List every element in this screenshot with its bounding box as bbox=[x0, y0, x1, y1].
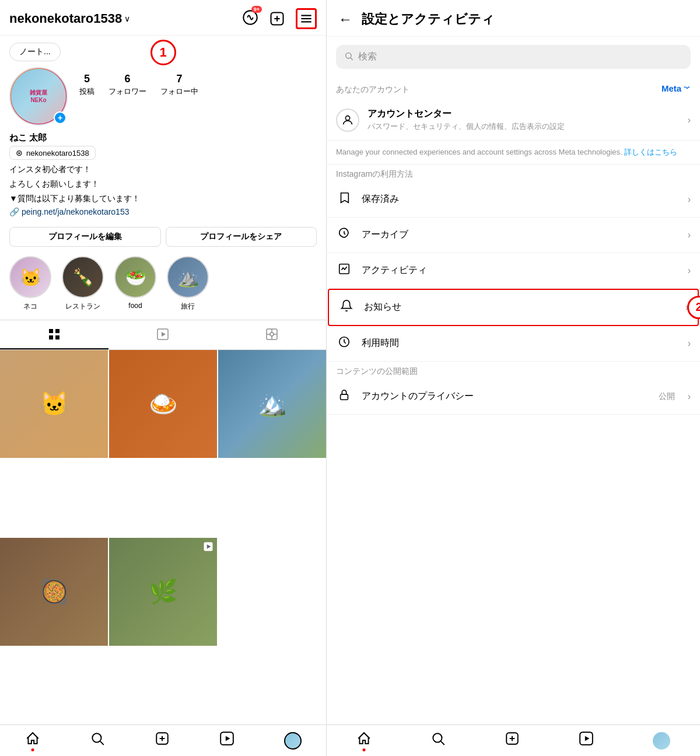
highlight-circle-restaurant: 🍾 bbox=[62, 256, 104, 298]
saved-chevron-icon: › bbox=[688, 194, 691, 205]
notifications-label: お知らせ bbox=[364, 301, 676, 313]
activity-item[interactable]: アクティビティ › bbox=[327, 253, 700, 289]
highlight-food-label: food bbox=[128, 302, 142, 310]
following-count: 7 bbox=[176, 73, 182, 85]
add-icon-button[interactable] bbox=[267, 8, 288, 29]
svg-rect-9 bbox=[49, 335, 53, 340]
activity-icon bbox=[336, 262, 352, 279]
posts-label: 投稿 bbox=[79, 86, 94, 97]
archive-label: アーカイブ bbox=[362, 229, 678, 241]
right-nav-reels[interactable] bbox=[579, 731, 594, 750]
nav-reels[interactable] bbox=[219, 731, 235, 750]
highlight-restaurant-label: レストラン bbox=[65, 302, 100, 312]
right-nav-add[interactable] bbox=[505, 731, 520, 750]
highlight-neko-label: ネコ bbox=[23, 302, 37, 312]
grid-cell-mountain[interactable]: 🏔️ bbox=[218, 350, 326, 458]
account-center-subtitle: パスワード、セキュリティ、個人の情報、広告表示の設定 bbox=[368, 121, 680, 132]
stat-posts[interactable]: 5 投稿 bbox=[79, 73, 94, 97]
screen-time-item[interactable]: 利用時間 › bbox=[327, 326, 700, 362]
account-label-text: あなたのアカウント bbox=[336, 85, 410, 95]
highlight-food[interactable]: 🥗 food bbox=[114, 256, 156, 312]
tab-reels[interactable] bbox=[108, 320, 217, 349]
right-panel: ← 設定とアクティビティ 検索 あなたのアカウント Meta bbox=[327, 0, 700, 756]
notifications-icon bbox=[338, 299, 355, 316]
privacy-label: アカウントのプライバシー bbox=[362, 390, 649, 402]
tab-grid[interactable] bbox=[0, 320, 108, 349]
display-name: ねこ 太郎 bbox=[9, 132, 317, 144]
svg-text:Meta: Meta bbox=[662, 83, 682, 93]
saved-item[interactable]: 保存済み › bbox=[327, 182, 700, 218]
share-profile-button[interactable]: プロフィールをシェア bbox=[166, 227, 317, 247]
username: nekonekotaro1538 bbox=[9, 11, 122, 26]
screen-time-label: 利用時間 bbox=[362, 337, 678, 349]
menu-icon-button[interactable] bbox=[296, 8, 317, 29]
profile-section: 雑貨屋NEKo + 5 投稿 6 フォロワー 7 bbox=[0, 61, 326, 132]
archive-item[interactable]: アーカイブ › bbox=[327, 218, 700, 253]
highlight-travel-label: 旅行 bbox=[181, 302, 195, 312]
svg-rect-34 bbox=[341, 394, 348, 400]
avatar-text: 雑貨屋NEKo bbox=[30, 89, 47, 104]
settings-title: 設定とアクティビティ bbox=[362, 10, 495, 28]
add-avatar-badge[interactable]: + bbox=[54, 111, 66, 124]
svg-line-22 bbox=[100, 741, 103, 745]
svg-point-35 bbox=[433, 733, 442, 742]
nav-search[interactable] bbox=[90, 731, 105, 750]
svg-point-14 bbox=[270, 332, 274, 336]
nav-home[interactable] bbox=[25, 731, 40, 750]
svg-rect-7 bbox=[49, 329, 53, 333]
content-visibility-text: コンテンツの公開範囲 bbox=[336, 366, 418, 377]
meta-link[interactable]: 詳しくはこちら bbox=[624, 148, 677, 156]
grid-cell-food3[interactable]: 🌿 bbox=[109, 538, 217, 646]
right-nav-home[interactable] bbox=[356, 731, 372, 750]
right-nav-profile-avatar[interactable] bbox=[653, 732, 670, 750]
threads-badge[interactable]: ⊛ nekonekotaro1538 bbox=[9, 146, 96, 160]
highlights-row: 🐱 ネコ 🍾 レストラン 🥗 food ⛰️ 旅行 bbox=[0, 254, 326, 320]
highlight-neko[interactable]: 🐱 ネコ bbox=[9, 256, 51, 312]
mountain-image: 🏔️ bbox=[218, 350, 326, 458]
nav-add[interactable] bbox=[155, 731, 170, 750]
posts-count: 5 bbox=[84, 73, 90, 85]
username-chevron-icon: ∨ bbox=[124, 14, 130, 23]
search-placeholder: 検索 bbox=[358, 51, 377, 63]
privacy-item[interactable]: アカウントのプライバシー 公開 › bbox=[327, 379, 700, 415]
activity-chevron-icon: › bbox=[688, 265, 691, 276]
notifications-item[interactable]: お知らせ › 2 bbox=[328, 289, 699, 326]
username-container[interactable]: nekonekotaro1538 ∨ bbox=[9, 11, 130, 26]
nav-profile-avatar[interactable] bbox=[284, 732, 302, 750]
bio-link[interactable]: 🔗 peing.net/ja/nekonekotaro153 bbox=[9, 207, 317, 216]
account-center-item[interactable]: アカウントセンター パスワード、セキュリティ、個人の情報、広告表示の設定 › bbox=[327, 100, 700, 141]
highlight-food-img: 🥗 bbox=[125, 267, 146, 288]
nav-home-dot bbox=[31, 748, 34, 751]
meta-desc-text: Manage your connected experiences and ac… bbox=[336, 148, 622, 156]
notification-icon-wrap[interactable]: 9+ bbox=[242, 9, 258, 28]
link-icon: 🔗 bbox=[9, 207, 19, 216]
stat-following[interactable]: 7 フォロー中 bbox=[160, 73, 198, 97]
highlight-restaurant[interactable]: 🍾 レストラン bbox=[62, 256, 104, 312]
grid-cell-cat[interactable]: 🐱 bbox=[0, 350, 108, 458]
right-nav-search[interactable] bbox=[430, 731, 446, 750]
edit-profile-button[interactable]: プロフィールを編集 bbox=[9, 227, 161, 247]
avatar-wrap[interactable]: 雑貨屋NEKo + bbox=[9, 67, 68, 125]
account-center-content: アカウントセンター パスワード、セキュリティ、個人の情報、広告表示の設定 bbox=[368, 108, 680, 132]
stat-followers[interactable]: 6 フォロワー bbox=[108, 73, 146, 97]
highlight-travel[interactable]: ⛰️ 旅行 bbox=[167, 256, 209, 312]
threads-brand-icon: ⊛ bbox=[16, 148, 23, 158]
account-center-icon bbox=[336, 108, 359, 132]
grid-cell-food1[interactable]: 🍛 bbox=[109, 350, 217, 458]
food2-image: 🥘 bbox=[0, 538, 108, 646]
account-section-label: あなたのアカウント Meta bbox=[327, 77, 700, 100]
back-arrow-icon[interactable]: ← bbox=[338, 11, 352, 27]
search-bar[interactable]: 検索 bbox=[336, 45, 691, 69]
how-to-section-label: Instagramの利用方法 bbox=[327, 164, 700, 182]
bio-line3: ▼質問は以下より募集しています！ bbox=[9, 192, 317, 205]
svg-rect-8 bbox=[55, 329, 60, 333]
bio-link-text: peing.net/ja/nekonekotaro153 bbox=[22, 207, 129, 216]
svg-rect-10 bbox=[55, 335, 60, 340]
screen-time-icon bbox=[336, 335, 352, 352]
tab-tagged[interactable] bbox=[218, 320, 326, 349]
highlight-circle-travel: ⛰️ bbox=[167, 256, 209, 298]
notification-badge: 9+ bbox=[251, 6, 262, 13]
note-button[interactable]: ノート... bbox=[9, 43, 61, 61]
grid-cell-food2[interactable]: 🥘 bbox=[0, 538, 108, 646]
svg-line-36 bbox=[441, 741, 444, 745]
